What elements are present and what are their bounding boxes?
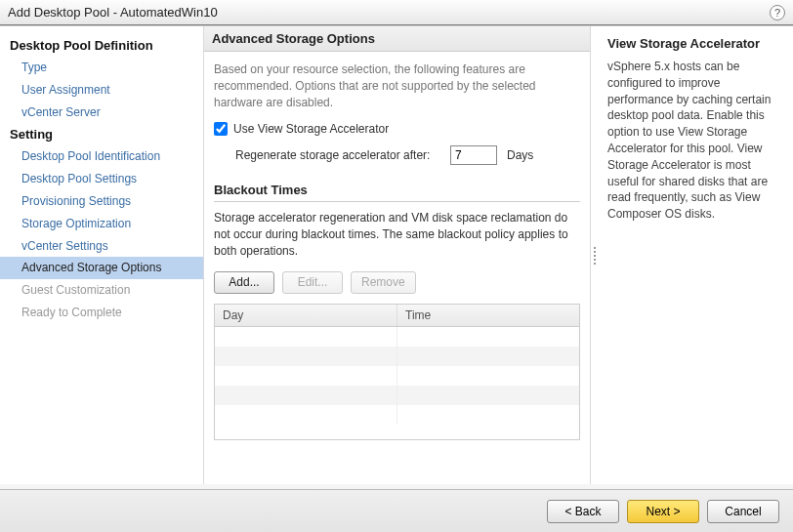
table-row[interactable] <box>215 405 579 425</box>
blackout-button-row: Add... Edit... Remove <box>214 271 580 294</box>
back-button[interactable]: < Back <box>547 500 619 523</box>
sidebar-item-guest-customization: Guest Customization <box>0 279 203 302</box>
wizard-footer: < Back Next > Cancel <box>0 489 793 532</box>
table-row[interactable] <box>215 327 579 347</box>
blackout-table: Day Time <box>214 304 580 440</box>
blackout-description: Storage accelerator regeneration and VM … <box>214 210 580 259</box>
use-accelerator-checkbox[interactable] <box>214 122 228 136</box>
sidebar-item-advanced-storage-options[interactable]: Advanced Storage Options <box>0 257 203 279</box>
sidebar-item-desktop-pool-identification[interactable]: Desktop Pool Identification <box>0 145 203 168</box>
sidebar-item-user-assignment[interactable]: User Assignment <box>0 79 203 102</box>
blackout-header: Blackout Times <box>214 179 580 202</box>
remove-button: Remove <box>351 271 416 294</box>
regenerate-unit: Days <box>507 148 533 162</box>
right-panel: View Storage Accelerator vSphere 5.x hos… <box>598 26 793 484</box>
table-row[interactable] <box>215 386 579 405</box>
content-area: Desktop Pool Definition Type User Assign… <box>0 25 793 484</box>
table-body <box>215 327 579 425</box>
sidebar-item-provisioning-settings[interactable]: Provisioning Settings <box>0 190 203 213</box>
table-header: Day Time <box>215 305 579 327</box>
section-description: Based on your resource selection, the fo… <box>214 61 580 110</box>
use-accelerator-label: Use View Storage Accelerator <box>233 122 389 136</box>
cancel-button[interactable]: Cancel <box>707 500 779 523</box>
sidebar-heading-definition: Desktop Pool Definition <box>0 34 203 57</box>
sidebar-item-storage-optimization[interactable]: Storage Optimization <box>0 213 203 235</box>
regenerate-row: Regenerate storage accelerator after: Da… <box>235 145 580 165</box>
section-header: Advanced Storage Options <box>204 26 590 52</box>
column-day[interactable]: Day <box>215 305 397 326</box>
sidebar-item-vcenter-settings[interactable]: vCenter Settings <box>0 235 203 258</box>
next-button[interactable]: Next > <box>627 500 699 523</box>
main-area: Advanced Storage Options Based on your r… <box>203 26 793 484</box>
center-body: Based on your resource selection, the fo… <box>204 52 590 484</box>
regenerate-label: Regenerate storage accelerator after: <box>235 148 440 164</box>
sidebar-item-ready-to-complete: Ready to Complete <box>0 302 203 324</box>
regenerate-days-input[interactable] <box>450 145 497 165</box>
right-panel-title: View Storage Accelerator <box>607 36 783 51</box>
sidebar-item-desktop-pool-settings[interactable]: Desktop Pool Settings <box>0 168 203 190</box>
table-row[interactable] <box>215 366 579 386</box>
edit-button: Edit... <box>282 271 343 294</box>
right-panel-body: vSphere 5.x hosts can be configured to i… <box>607 59 783 223</box>
use-accelerator-row[interactable]: Use View Storage Accelerator <box>214 122 580 136</box>
sidebar-item-type[interactable]: Type <box>0 57 203 79</box>
wizard-sidebar: Desktop Pool Definition Type User Assign… <box>0 26 203 484</box>
column-time[interactable]: Time <box>397 305 579 326</box>
add-button[interactable]: Add... <box>214 271 274 294</box>
sidebar-item-vcenter-server[interactable]: vCenter Server <box>0 102 203 124</box>
titlebar: Add Desktop Pool - AutomatedWin10 ? <box>0 0 793 25</box>
table-row[interactable] <box>215 347 579 366</box>
help-icon[interactable]: ? <box>770 5 785 20</box>
center-panel: Advanced Storage Options Based on your r… <box>204 26 591 484</box>
window-title: Add Desktop Pool - AutomatedWin10 <box>8 5 218 20</box>
sidebar-heading-setting: Setting <box>0 123 203 145</box>
splitter-handle[interactable] <box>591 26 598 484</box>
